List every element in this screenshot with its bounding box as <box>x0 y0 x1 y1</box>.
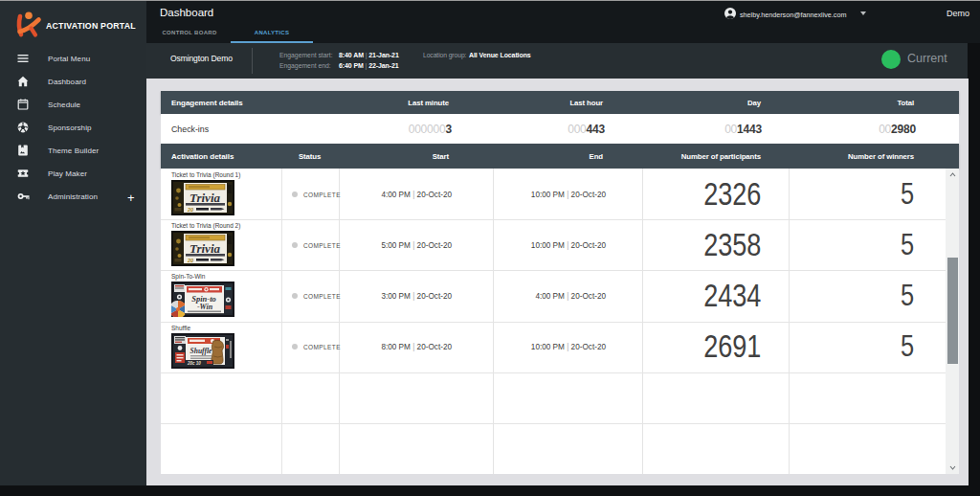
svg-text:Trivia: Trivia <box>189 241 221 256</box>
svg-text:Shuffle: Shuffle <box>190 347 212 355</box>
svg-text:Trivia: Trivia <box>189 191 221 205</box>
svg-text:20c 10: 20c 10 <box>187 361 201 366</box>
svg-text:20: 20 <box>187 258 193 263</box>
svg-text:20: 20 <box>187 207 193 213</box>
svg-text:-Win: -Win <box>197 303 213 311</box>
